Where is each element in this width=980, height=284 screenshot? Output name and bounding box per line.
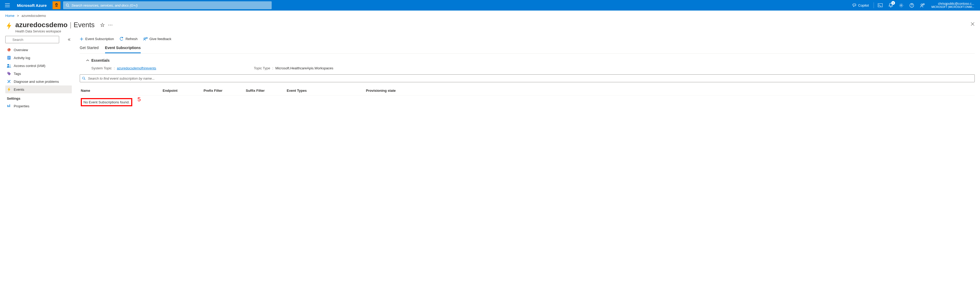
svg-point-21 — [10, 65, 11, 66]
account-menu[interactable]: chrisqpublic@contoso.c... MICROSOFT (MIC… — [928, 2, 978, 9]
callout-number: 5 — [138, 96, 141, 103]
content: Event Subscription Refresh Give feedback… — [72, 36, 975, 110]
refresh-icon — [119, 37, 124, 41]
svg-rect-6 — [878, 4, 882, 7]
global-search-input[interactable] — [63, 1, 272, 9]
sidebar-item-label: Access control (IAM) — [14, 64, 45, 68]
tab-get-started[interactable]: Get Started — [80, 44, 99, 53]
give-feedback-button[interactable]: Give feedback — [143, 37, 171, 41]
properties-icon — [7, 104, 11, 108]
tool-label: Give feedback — [150, 37, 171, 41]
essentials-toggle[interactable]: Essentials — [86, 58, 975, 62]
account-tenant: MICROSOFT (MICROSOFT.ONMI... — [931, 6, 974, 9]
grid-header: Name Endpoint Prefix Filter Suffix Filte… — [80, 86, 975, 95]
svg-line-28 — [84, 79, 86, 80]
page-header: azuredocsdemo | Events Health Data Servi… — [0, 20, 980, 36]
copilot-label: Copilot — [858, 3, 869, 7]
sidebar-item-events[interactable]: Events — [5, 86, 72, 94]
page-title-sep: | — [70, 21, 72, 29]
collapse-sidebar-button[interactable] — [67, 37, 72, 42]
feedback-button[interactable] — [917, 0, 928, 11]
notification-badge: 1 — [891, 1, 895, 5]
account-email: chrisqpublic@contoso.c... — [931, 2, 974, 6]
gear-icon — [899, 3, 904, 8]
overview-icon — [7, 48, 11, 52]
page-subtitle: Health Data Services workspace — [15, 30, 113, 33]
svg-point-11 — [108, 25, 109, 25]
sidebar-item-label: Tags — [14, 72, 21, 76]
sidebar-item-activity-log[interactable]: Activity log — [5, 54, 72, 62]
svg-point-22 — [8, 72, 8, 73]
sidebar-item-label: Properties — [14, 104, 29, 108]
col-suffix[interactable]: Suffix Filter — [246, 89, 287, 92]
global-search-wrap — [63, 1, 272, 9]
copilot-button[interactable]: Copilot — [849, 0, 873, 11]
page-title-resource: azuredocsdemo — [15, 21, 68, 29]
sidebar-item-overview[interactable]: Overview — [5, 46, 72, 54]
main: Overview Activity log Access control (IA… — [0, 36, 980, 110]
breadcrumb: Home > azuredocsdemo — [0, 11, 980, 20]
col-prov[interactable]: Provisioning state — [366, 89, 974, 92]
subscription-filter-input[interactable] — [80, 75, 975, 82]
menu-icon[interactable] — [2, 0, 13, 11]
notifications-button[interactable]: 1 — [886, 0, 896, 11]
sidebar-item-properties[interactable]: Properties — [5, 102, 72, 110]
sidebar: Overview Activity log Access control (IA… — [5, 36, 72, 110]
help-button[interactable] — [907, 0, 917, 11]
topbar-right: Copilot 1 chrisqpublic@contoso.c... MICR… — [849, 0, 978, 11]
essentials-properties: System Topic : azuredocsdemofhirevents T… — [91, 66, 975, 70]
essentials-label: Essentials — [91, 58, 110, 62]
svg-point-7 — [900, 5, 902, 6]
svg-point-27 — [83, 77, 85, 79]
cloud-shell-icon — [878, 3, 883, 7]
col-prefix[interactable]: Prefix Filter — [204, 89, 246, 92]
system-topic-link[interactable]: azuredocsdemofhirevents — [117, 66, 156, 70]
plus-icon — [80, 37, 83, 41]
events-icon — [7, 87, 11, 92]
sidebar-item-tags[interactable]: Tags — [5, 70, 72, 78]
sidebar-item-diagnose[interactable]: Diagnose and solve problems — [5, 78, 72, 86]
col-types[interactable]: Event Types — [287, 89, 366, 92]
chevron-double-left-icon — [68, 38, 71, 41]
favorite-button[interactable] — [100, 23, 105, 27]
tab-event-subscriptions[interactable]: Event Subscriptions — [105, 44, 141, 53]
sidebar-item-label: Overview — [14, 48, 28, 52]
breadcrumb-home[interactable]: Home — [5, 14, 14, 17]
sidebar-section-settings: Settings — [5, 94, 72, 102]
svg-point-20 — [7, 64, 9, 66]
breadcrumb-current: azuredocsdemo — [22, 14, 46, 17]
close-button[interactable] — [970, 22, 975, 26]
person-feedback-icon — [920, 3, 924, 8]
tags-icon — [7, 71, 11, 76]
svg-point-10 — [921, 4, 923, 6]
topic-type-value: Microsoft.HealthcareApis.Workspaces — [275, 66, 333, 70]
sidebar-item-label: Activity log — [14, 56, 30, 60]
settings-button[interactable] — [896, 0, 907, 11]
more-button[interactable] — [108, 25, 113, 25]
svg-point-26 — [144, 38, 145, 39]
search-icon — [66, 3, 70, 7]
feedback-icon — [143, 37, 148, 41]
svg-point-4 — [66, 4, 68, 6]
tool-label: Event Subscription — [85, 37, 114, 41]
tool-label: Refresh — [126, 37, 138, 41]
svg-line-5 — [68, 6, 69, 7]
sidebar-item-label: Events — [14, 87, 24, 92]
sidebar-search-input[interactable] — [5, 36, 59, 43]
refresh-button[interactable]: Refresh — [119, 37, 138, 41]
cloud-shell-button[interactable] — [875, 0, 886, 11]
col-name[interactable]: Name — [81, 89, 162, 92]
close-icon — [970, 22, 975, 26]
add-event-subscription-button[interactable]: Event Subscription — [80, 37, 114, 41]
sidebar-item-access-control[interactable]: Access control (IAM) — [5, 62, 72, 70]
sidebar-item-label: Diagnose and solve problems — [14, 79, 59, 84]
more-icon — [108, 25, 113, 25]
col-endpoint[interactable]: Endpoint — [162, 89, 204, 92]
brand-label[interactable]: Microsoft Azure — [13, 3, 51, 8]
preview-badge-icon[interactable] — [52, 1, 60, 9]
empty-state: No Event Subscriptions found. 5 — [80, 95, 133, 109]
system-topic-label: System Topic — [91, 66, 112, 70]
help-icon — [910, 3, 914, 8]
svg-point-12 — [110, 25, 111, 25]
activity-log-icon — [7, 56, 11, 60]
